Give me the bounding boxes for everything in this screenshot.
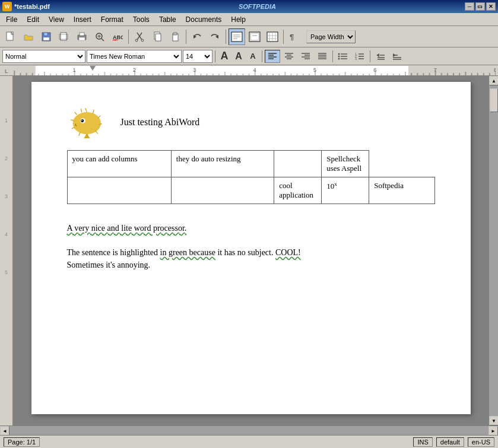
svg-point-88 xyxy=(81,120,83,121)
menu-file[interactable]: File xyxy=(1,14,22,25)
document-area[interactable]: Just testing AbiWord you can add columns… xyxy=(13,76,489,425)
font-size-select[interactable]: 14 89101112 16182024 xyxy=(183,50,212,63)
indent-increase-button[interactable] xyxy=(389,50,405,63)
indent-decrease-button[interactable] xyxy=(373,50,388,63)
scroll-up-button[interactable]: ▲ xyxy=(489,76,498,85)
horizontal-scrollbar[interactable]: ◄ ► xyxy=(0,425,498,435)
svg-point-74 xyxy=(72,112,100,134)
paragraph-2: The sentence is highlighted in green bec… xyxy=(67,246,435,271)
font-smaller-button[interactable]: A xyxy=(246,50,259,63)
copy-button[interactable] xyxy=(149,28,166,45)
open-button[interactable] xyxy=(20,28,37,45)
menu-edit[interactable]: Edit xyxy=(22,14,44,25)
main-toolbar: ABC ¶ Page Width Full Page 75% 50% xyxy=(0,26,498,47)
view-web-button[interactable] xyxy=(264,28,281,45)
ruler-canvas xyxy=(2,66,496,75)
font-larger-button[interactable]: A xyxy=(218,50,231,63)
page-header: Just testing AbiWord xyxy=(67,106,435,138)
svg-rect-3 xyxy=(43,37,49,40)
ordered-list-button[interactable]: 1.2.3. xyxy=(352,50,367,63)
cut-button[interactable] xyxy=(131,28,148,45)
svg-rect-7 xyxy=(80,33,84,36)
menu-tools[interactable]: Tools xyxy=(128,14,154,25)
align-left-button[interactable] xyxy=(265,50,280,63)
svg-line-83 xyxy=(71,120,74,121)
close-button[interactable]: ✕ xyxy=(486,2,496,11)
hscroll-track[interactable] xyxy=(9,426,489,435)
view-outline-button[interactable] xyxy=(246,28,263,45)
menu-documents[interactable]: Documents xyxy=(181,14,227,25)
table-cell: you can add columns xyxy=(67,151,171,177)
vertical-scrollbar[interactable]: ▲ ▼ xyxy=(489,76,498,425)
toolbar-separator-4 xyxy=(283,30,284,44)
font-medium-button[interactable]: A xyxy=(232,50,245,63)
format-separator-3 xyxy=(332,50,333,62)
menu-help[interactable]: Help xyxy=(226,14,250,25)
minimize-button[interactable]: ─ xyxy=(465,2,474,11)
new-button[interactable] xyxy=(2,28,19,45)
svg-marker-66 xyxy=(376,53,379,57)
paste-button[interactable] xyxy=(167,28,183,45)
scroll-right-button[interactable]: ► xyxy=(489,426,498,436)
save-button[interactable] xyxy=(38,28,55,45)
restore-button[interactable]: ▭ xyxy=(475,2,485,11)
view-normal-button[interactable] xyxy=(229,28,245,45)
language-status: en-US xyxy=(468,437,494,447)
format-bar: Normal Heading 1 Heading 2 Times New Rom… xyxy=(0,47,498,65)
svg-point-16 xyxy=(135,39,138,42)
zoom-button[interactable] xyxy=(91,28,108,45)
redo-button[interactable] xyxy=(207,28,223,45)
font-family-select[interactable]: Times New Roman Arial Courier New xyxy=(87,50,182,63)
table-cell: 10x xyxy=(322,177,369,204)
table-cell xyxy=(171,177,274,204)
menu-format[interactable]: Format xyxy=(96,14,128,25)
status-bar: Page: 1/1 INS default en-US xyxy=(0,435,498,448)
page-info: Page: 1/1 xyxy=(4,437,40,447)
align-right-button[interactable] xyxy=(298,50,313,63)
format-separator-4 xyxy=(370,50,370,62)
undo-button[interactable] xyxy=(189,28,205,45)
menu-bar: File Edit View Insert Format Tools Table… xyxy=(0,13,498,26)
svg-text:3.: 3. xyxy=(355,57,357,61)
svg-point-54 xyxy=(338,53,340,55)
table-row: you can add columns they do auto resizin… xyxy=(67,151,434,177)
page-width-select[interactable]: Page Width Full Page 75% 50% xyxy=(306,30,356,43)
scroll-track[interactable] xyxy=(489,85,498,416)
svg-point-56 xyxy=(338,55,340,57)
menu-insert[interactable]: Insert xyxy=(69,14,96,25)
svg-line-75 xyxy=(85,108,87,112)
app-icon: W xyxy=(2,2,12,11)
menu-table[interactable]: Table xyxy=(154,14,181,25)
unordered-list-button[interactable] xyxy=(335,50,351,63)
toolbar-separator-1 xyxy=(128,30,129,44)
table-cell xyxy=(67,177,171,204)
format-separator-2 xyxy=(262,50,262,62)
scroll-thumb[interactable] xyxy=(490,88,498,112)
print-button[interactable] xyxy=(74,28,90,45)
svg-point-17 xyxy=(141,39,144,42)
svg-line-85 xyxy=(81,109,82,112)
spell-check-button[interactable]: ABC xyxy=(109,28,126,45)
scroll-down-button[interactable]: ▼ xyxy=(489,416,498,425)
svg-rect-8 xyxy=(79,37,85,40)
print-preview-button[interactable] xyxy=(56,28,72,45)
table-cell xyxy=(274,151,322,177)
pufferfish-image xyxy=(67,106,109,138)
scroll-left-button[interactable]: ◄ xyxy=(0,426,9,436)
svg-line-79 xyxy=(95,131,97,134)
default-status: default xyxy=(436,437,464,447)
svg-line-10 xyxy=(101,39,104,41)
svg-line-76 xyxy=(93,110,94,114)
align-center-button[interactable] xyxy=(281,50,297,63)
justify-button[interactable] xyxy=(315,50,330,63)
table-cell: Softpedia xyxy=(369,177,434,204)
table-cell: cool application xyxy=(274,177,322,204)
svg-line-84 xyxy=(75,112,77,115)
window-title: *testabi.pdf xyxy=(14,3,50,10)
ins-status: INS xyxy=(413,437,432,447)
show-formatting-button[interactable]: ¶ xyxy=(286,28,303,45)
paragraph-style-select[interactable]: Normal Heading 1 Heading 2 xyxy=(2,50,85,63)
title-bar: W *testabi.pdf SOFTPEDIA ─ ▭ ✕ xyxy=(0,0,498,13)
svg-rect-21 xyxy=(173,33,177,35)
menu-view[interactable]: View xyxy=(44,14,69,25)
